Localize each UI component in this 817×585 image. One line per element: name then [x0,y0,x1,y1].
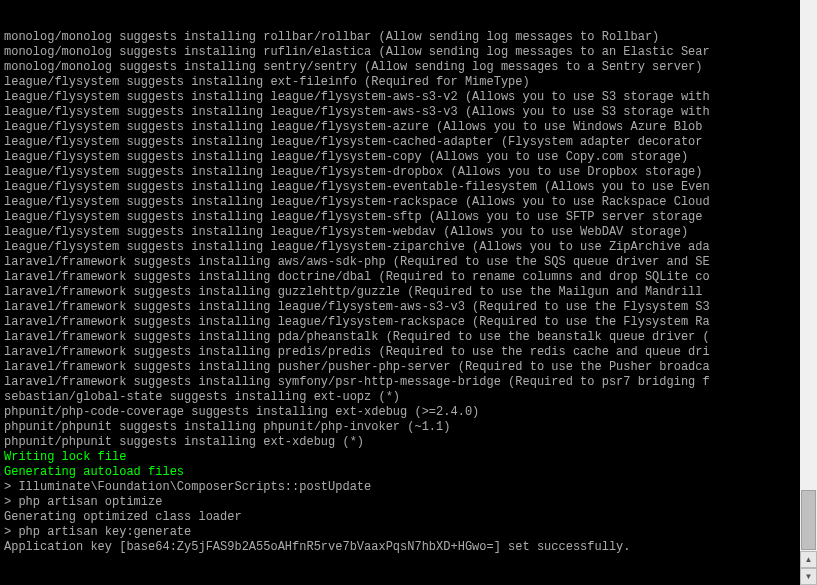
terminal-line: phpunit/php-code-coverage suggests insta… [4,405,804,420]
chevron-up-icon: ▲ [805,555,813,564]
terminal-line: laravel/framework suggests installing le… [4,315,804,330]
terminal-line: Generating autoload files [4,465,804,480]
terminal-line: league/flysystem suggests installing lea… [4,90,804,105]
terminal-line: league/flysystem suggests installing lea… [4,195,804,210]
terminal-line: monolog/monolog suggests installing sent… [4,60,804,75]
scroll-up-button[interactable]: ▲ [800,551,817,568]
terminal-line: laravel/framework suggests installing pu… [4,360,804,375]
vertical-scrollbar[interactable]: ▲ ▼ [800,0,817,585]
terminal-line: league/flysystem suggests installing lea… [4,120,804,135]
terminal-line: > php artisan key:generate [4,525,804,540]
terminal-line: Application key [base64:Zy5jFAS9b2A55oAH… [4,540,804,555]
terminal-line: monolog/monolog suggests installing rufl… [4,45,804,60]
chevron-down-icon: ▼ [805,572,813,581]
terminal-line: laravel/framework suggests installing do… [4,270,804,285]
terminal-line: league/flysystem suggests installing lea… [4,165,804,180]
terminal-line: league/flysystem suggests installing ext… [4,75,804,90]
terminal-line: sebastian/global-state suggests installi… [4,390,804,405]
terminal-line: league/flysystem suggests installing lea… [4,135,804,150]
terminal-line: laravel/framework suggests installing pr… [4,345,804,360]
terminal-line: league/flysystem suggests installing lea… [4,225,804,240]
terminal-output[interactable]: monolog/monolog suggests installing roll… [0,0,804,585]
terminal-line: Generating optimized class loader [4,510,804,525]
scroll-down-button[interactable]: ▼ [800,568,817,585]
terminal-line: league/flysystem suggests installing lea… [4,180,804,195]
terminal-line: league/flysystem suggests installing lea… [4,105,804,120]
terminal-line: laravel/framework suggests installing sy… [4,375,804,390]
terminal-line: > php artisan optimize [4,495,804,510]
terminal-line: > Illuminate\Foundation\ComposerScripts:… [4,480,804,495]
terminal-line: laravel/framework suggests installing gu… [4,285,804,300]
terminal-line: laravel/framework suggests installing le… [4,300,804,315]
terminal-line: laravel/framework suggests installing pd… [4,330,804,345]
terminal-line: monolog/monolog suggests installing roll… [4,30,804,45]
terminal-line: Writing lock file [4,450,804,465]
terminal-line: league/flysystem suggests installing lea… [4,150,804,165]
terminal-line: league/flysystem suggests installing lea… [4,210,804,225]
terminal-line: phpunit/phpunit suggests installing phpu… [4,420,804,435]
scrollbar-thumb[interactable] [801,490,816,550]
terminal-line: phpunit/phpunit suggests installing ext-… [4,435,804,450]
terminal-line: league/flysystem suggests installing lea… [4,240,804,255]
terminal-line: laravel/framework suggests installing aw… [4,255,804,270]
